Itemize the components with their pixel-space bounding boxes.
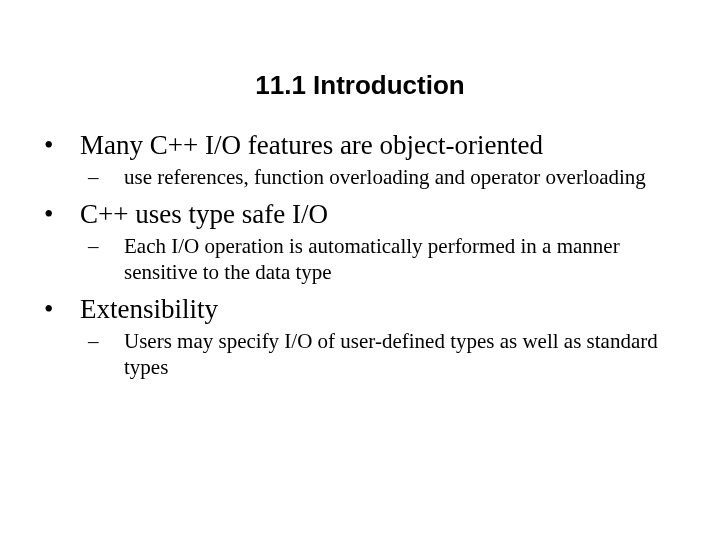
bullet-text: Extensibility xyxy=(80,294,218,324)
bullet-text: C++ uses type safe I/O xyxy=(80,199,328,229)
slide-content: •Many C++ I/O features are object-orient… xyxy=(0,129,720,380)
bullet-text: Each I/O operation is automatically perf… xyxy=(124,234,620,284)
bullet-level2: –Each I/O operation is automatically per… xyxy=(124,234,658,285)
bullet-level1: •Many C++ I/O features are object-orient… xyxy=(80,129,658,163)
bullet-level1: •Extensibility xyxy=(80,293,658,327)
slide: 11.1 Introduction •Many C++ I/O features… xyxy=(0,70,720,540)
bullet-text: Many C++ I/O features are object-oriente… xyxy=(80,130,543,160)
slide-title: 11.1 Introduction xyxy=(0,70,720,101)
bullet-level2: –Users may specify I/O of user-defined t… xyxy=(124,329,658,380)
bullet-level1: •C++ uses type safe I/O xyxy=(80,198,658,232)
bullet-level2: –use references, function overloading an… xyxy=(124,165,658,191)
bullet-text: Users may specify I/O of user-defined ty… xyxy=(124,329,658,379)
bullet-text: use references, function overloading and… xyxy=(124,165,646,189)
